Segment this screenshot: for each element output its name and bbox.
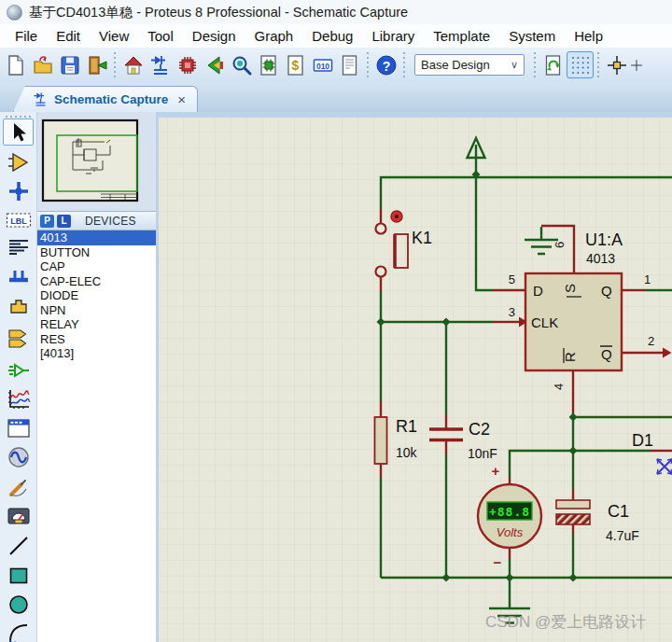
design-explorer-icon[interactable] <box>255 51 282 78</box>
u1-pinno-1: 1 <box>644 272 651 286</box>
voltmeter-plus: + <box>492 463 500 479</box>
proteus-app-icon <box>7 5 22 21</box>
2d-arc-icon[interactable] <box>3 620 34 642</box>
k1-state-marker-center <box>395 215 399 218</box>
home-icon[interactable] <box>119 51 147 78</box>
u1-pinno-6: 6 <box>553 242 567 248</box>
r1-ref: R1 <box>396 417 417 436</box>
r1-value: 10k <box>396 445 418 460</box>
watermark: CSDN @爱上电路设计 <box>485 613 646 631</box>
device-item-res[interactable]: RES <box>37 332 156 347</box>
open-file-icon[interactable] <box>29 51 56 78</box>
library-button[interactable]: L <box>57 215 71 228</box>
voltage-probe-mode-icon[interactable] <box>3 473 34 500</box>
overview-minimap[interactable] <box>37 112 156 211</box>
generator-mode-icon[interactable] <box>3 443 34 470</box>
u1-pinno-5: 5 <box>509 272 515 286</box>
menu-file[interactable]: File <box>6 26 47 46</box>
grid-toggle-icon[interactable] <box>567 51 594 78</box>
devices-list: 4013 BUTTON CAP CAP-ELEC DIODE NPN RELAY… <box>37 230 156 642</box>
c2-value: 10nF <box>468 446 497 461</box>
device-item-npn[interactable]: NPN <box>37 303 156 318</box>
canvas-top-strip <box>159 112 672 118</box>
menu-tool[interactable]: Tool <box>138 26 183 46</box>
menu-bar: File Edit View Tool Design Graph Debug L… <box>0 24 672 48</box>
junction-dot-mode-icon[interactable] <box>3 177 34 204</box>
device-item-relay[interactable]: RELAY <box>37 317 156 332</box>
svg-text:010: 010 <box>315 61 329 70</box>
3d-viewer-icon[interactable] <box>228 51 255 78</box>
tab-close-icon[interactable]: × <box>177 92 186 106</box>
toolbar-separator <box>401 52 407 78</box>
wire-label-mode-icon[interactable]: LBL <box>3 206 34 233</box>
virtual-instruments-mode-icon[interactable] <box>3 502 34 529</box>
schematic-canvas[interactable]: K1 U1:A 4013 D CLK S R Q Q 5 3 6 4 1 2 R… <box>159 112 672 642</box>
device-item-button[interactable]: BUTTON <box>37 245 156 260</box>
tape-recorder-mode-icon[interactable] <box>3 414 34 441</box>
design-combo-value: Base Design <box>421 58 490 72</box>
k1-ref: K1 <box>412 229 432 247</box>
bill-of-materials-icon[interactable]: $ <box>282 51 309 78</box>
menu-help[interactable]: Help <box>565 26 612 46</box>
buses-mode-icon[interactable] <box>3 264 34 291</box>
mode-toolbar: LBL <box>0 112 37 642</box>
d1-ref: D1 <box>632 431 653 450</box>
device-item-diode[interactable]: DIODE <box>37 288 156 303</box>
new-file-icon[interactable] <box>2 51 29 78</box>
toolbar-separator <box>112 52 118 78</box>
device-item-4013-model[interactable]: [4013] <box>37 346 156 361</box>
tab-label: Schematic Capture <box>54 92 168 106</box>
menu-system[interactable]: System <box>499 26 565 46</box>
subcircuit-mode-icon[interactable] <box>3 293 34 320</box>
save-icon[interactable] <box>56 51 83 78</box>
schematic-capture-icon[interactable] <box>147 51 174 78</box>
canvas-grid <box>159 112 672 642</box>
origin-icon[interactable] <box>603 51 630 78</box>
help-icon[interactable]: ? <box>372 51 399 78</box>
u1-ref: U1:A <box>585 230 623 249</box>
menu-edit[interactable]: Edit <box>47 26 90 46</box>
svg-text:?: ? <box>382 58 390 73</box>
menu-library[interactable]: Library <box>362 26 424 46</box>
redraw-sheet-icon[interactable] <box>539 51 567 78</box>
design-combo[interactable]: Base Design ∨ <box>414 54 525 76</box>
u1-part: 4013 <box>586 251 615 266</box>
simulation-icon[interactable]: 010 <box>309 51 336 78</box>
view-back-icon[interactable] <box>201 51 228 78</box>
u1-pin-s: S <box>562 284 578 293</box>
device-item-4013[interactable]: 4013 <box>37 230 156 245</box>
devices-title: DEVICES <box>85 215 136 228</box>
pick-devices-button[interactable]: P <box>40 215 54 228</box>
menu-debug[interactable]: Debug <box>302 26 362 46</box>
axis-icon[interactable] <box>630 51 643 78</box>
voltmeter-minus: − <box>494 554 502 570</box>
chevron-down-icon: ∨ <box>511 59 518 71</box>
pcb-layout-icon[interactable] <box>174 51 201 78</box>
voltmeter-reading: +88.8 <box>489 505 530 519</box>
import-icon[interactable] <box>83 51 110 78</box>
graph-mode-icon[interactable] <box>3 385 34 412</box>
2d-line-icon[interactable] <box>3 532 34 559</box>
u1-pin-clk: CLK <box>531 314 558 330</box>
selection-mode-icon[interactable] <box>3 119 34 146</box>
menu-design[interactable]: Design <box>183 26 245 46</box>
menu-graph[interactable]: Graph <box>245 26 303 46</box>
u1-pin-d: D <box>533 283 543 299</box>
u1-pin-q: Q <box>601 283 612 299</box>
main-toolbar: $ 010 ? Base Design ∨ <box>0 48 672 82</box>
text-script-mode-icon[interactable] <box>3 234 34 261</box>
device-item-cap[interactable]: CAP <box>37 259 156 274</box>
component-mode-icon[interactable] <box>3 148 34 175</box>
component-d1[interactable]: D1 <box>632 431 653 450</box>
tab-schematic-capture[interactable]: Schematic Capture × <box>13 86 198 112</box>
terminals-mode-icon[interactable] <box>3 325 34 352</box>
device-item-cap-elec[interactable]: CAP-ELEC <box>37 274 156 289</box>
u1-pinno-2: 2 <box>648 334 654 348</box>
menu-template[interactable]: Template <box>424 26 499 46</box>
2d-box-icon[interactable] <box>3 562 34 589</box>
2d-circle-icon[interactable] <box>3 591 34 618</box>
design-notes-icon[interactable] <box>336 51 363 78</box>
object-selector-panel: P L DEVICES 4013 BUTTON CAP CAP-ELEC DIO… <box>37 112 159 642</box>
device-pins-mode-icon[interactable] <box>3 356 34 384</box>
menu-view[interactable]: View <box>90 26 138 46</box>
